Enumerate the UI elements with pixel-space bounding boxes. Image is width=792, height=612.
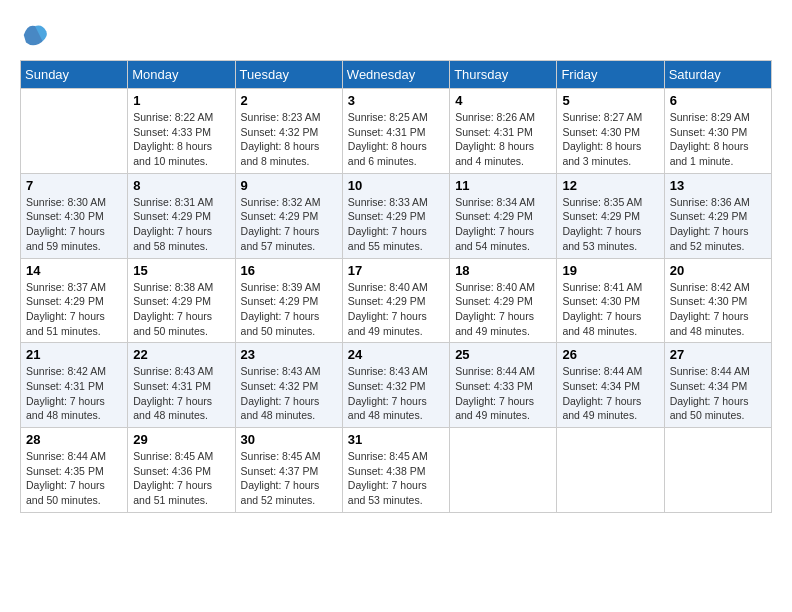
calendar-cell: 30Sunrise: 8:45 AM Sunset: 4:37 PM Dayli…: [235, 428, 342, 513]
day-info: Sunrise: 8:45 AM Sunset: 4:37 PM Dayligh…: [241, 449, 337, 508]
header-monday: Monday: [128, 61, 235, 89]
day-info: Sunrise: 8:34 AM Sunset: 4:29 PM Dayligh…: [455, 195, 551, 254]
logo: [20, 20, 54, 50]
calendar-cell: 19Sunrise: 8:41 AM Sunset: 4:30 PM Dayli…: [557, 258, 664, 343]
calendar-cell: 7Sunrise: 8:30 AM Sunset: 4:30 PM Daylig…: [21, 173, 128, 258]
calendar-cell: 5Sunrise: 8:27 AM Sunset: 4:30 PM Daylig…: [557, 89, 664, 174]
day-info: Sunrise: 8:27 AM Sunset: 4:30 PM Dayligh…: [562, 110, 658, 169]
day-info: Sunrise: 8:29 AM Sunset: 4:30 PM Dayligh…: [670, 110, 766, 169]
day-info: Sunrise: 8:44 AM Sunset: 4:35 PM Dayligh…: [26, 449, 122, 508]
day-number: 15: [133, 263, 229, 278]
header-tuesday: Tuesday: [235, 61, 342, 89]
calendar-cell: 8Sunrise: 8:31 AM Sunset: 4:29 PM Daylig…: [128, 173, 235, 258]
calendar-cell: 10Sunrise: 8:33 AM Sunset: 4:29 PM Dayli…: [342, 173, 449, 258]
day-number: 4: [455, 93, 551, 108]
calendar-cell: [557, 428, 664, 513]
day-info: Sunrise: 8:35 AM Sunset: 4:29 PM Dayligh…: [562, 195, 658, 254]
calendar-header-row: SundayMondayTuesdayWednesdayThursdayFrid…: [21, 61, 772, 89]
calendar-cell: 18Sunrise: 8:40 AM Sunset: 4:29 PM Dayli…: [450, 258, 557, 343]
day-number: 21: [26, 347, 122, 362]
day-number: 8: [133, 178, 229, 193]
day-info: Sunrise: 8:41 AM Sunset: 4:30 PM Dayligh…: [562, 280, 658, 339]
day-number: 18: [455, 263, 551, 278]
day-info: Sunrise: 8:31 AM Sunset: 4:29 PM Dayligh…: [133, 195, 229, 254]
day-info: Sunrise: 8:36 AM Sunset: 4:29 PM Dayligh…: [670, 195, 766, 254]
calendar-cell: [21, 89, 128, 174]
calendar-cell: 14Sunrise: 8:37 AM Sunset: 4:29 PM Dayli…: [21, 258, 128, 343]
day-number: 1: [133, 93, 229, 108]
day-info: Sunrise: 8:45 AM Sunset: 4:36 PM Dayligh…: [133, 449, 229, 508]
day-info: Sunrise: 8:30 AM Sunset: 4:30 PM Dayligh…: [26, 195, 122, 254]
calendar-cell: 6Sunrise: 8:29 AM Sunset: 4:30 PM Daylig…: [664, 89, 771, 174]
day-info: Sunrise: 8:23 AM Sunset: 4:32 PM Dayligh…: [241, 110, 337, 169]
day-info: Sunrise: 8:44 AM Sunset: 4:34 PM Dayligh…: [562, 364, 658, 423]
day-number: 2: [241, 93, 337, 108]
calendar-cell: 15Sunrise: 8:38 AM Sunset: 4:29 PM Dayli…: [128, 258, 235, 343]
calendar-cell: 28Sunrise: 8:44 AM Sunset: 4:35 PM Dayli…: [21, 428, 128, 513]
calendar-cell: 24Sunrise: 8:43 AM Sunset: 4:32 PM Dayli…: [342, 343, 449, 428]
day-info: Sunrise: 8:26 AM Sunset: 4:31 PM Dayligh…: [455, 110, 551, 169]
calendar-week-row: 1Sunrise: 8:22 AM Sunset: 4:33 PM Daylig…: [21, 89, 772, 174]
calendar-cell: 4Sunrise: 8:26 AM Sunset: 4:31 PM Daylig…: [450, 89, 557, 174]
calendar-week-row: 21Sunrise: 8:42 AM Sunset: 4:31 PM Dayli…: [21, 343, 772, 428]
day-info: Sunrise: 8:45 AM Sunset: 4:38 PM Dayligh…: [348, 449, 444, 508]
calendar-cell: 13Sunrise: 8:36 AM Sunset: 4:29 PM Dayli…: [664, 173, 771, 258]
calendar-cell: 1Sunrise: 8:22 AM Sunset: 4:33 PM Daylig…: [128, 89, 235, 174]
day-number: 19: [562, 263, 658, 278]
calendar-cell: 23Sunrise: 8:43 AM Sunset: 4:32 PM Dayli…: [235, 343, 342, 428]
calendar-cell: 29Sunrise: 8:45 AM Sunset: 4:36 PM Dayli…: [128, 428, 235, 513]
day-number: 9: [241, 178, 337, 193]
day-number: 10: [348, 178, 444, 193]
day-number: 14: [26, 263, 122, 278]
day-info: Sunrise: 8:43 AM Sunset: 4:32 PM Dayligh…: [348, 364, 444, 423]
day-info: Sunrise: 8:40 AM Sunset: 4:29 PM Dayligh…: [348, 280, 444, 339]
day-number: 24: [348, 347, 444, 362]
logo-icon: [20, 20, 50, 50]
calendar-cell: 21Sunrise: 8:42 AM Sunset: 4:31 PM Dayli…: [21, 343, 128, 428]
calendar-cell: 20Sunrise: 8:42 AM Sunset: 4:30 PM Dayli…: [664, 258, 771, 343]
calendar-cell: 9Sunrise: 8:32 AM Sunset: 4:29 PM Daylig…: [235, 173, 342, 258]
calendar-cell: 16Sunrise: 8:39 AM Sunset: 4:29 PM Dayli…: [235, 258, 342, 343]
calendar-cell: 11Sunrise: 8:34 AM Sunset: 4:29 PM Dayli…: [450, 173, 557, 258]
day-info: Sunrise: 8:40 AM Sunset: 4:29 PM Dayligh…: [455, 280, 551, 339]
calendar-cell: 25Sunrise: 8:44 AM Sunset: 4:33 PM Dayli…: [450, 343, 557, 428]
day-info: Sunrise: 8:38 AM Sunset: 4:29 PM Dayligh…: [133, 280, 229, 339]
calendar-week-row: 7Sunrise: 8:30 AM Sunset: 4:30 PM Daylig…: [21, 173, 772, 258]
day-info: Sunrise: 8:44 AM Sunset: 4:34 PM Dayligh…: [670, 364, 766, 423]
page-header: [20, 20, 772, 50]
calendar-cell: 17Sunrise: 8:40 AM Sunset: 4:29 PM Dayli…: [342, 258, 449, 343]
day-info: Sunrise: 8:22 AM Sunset: 4:33 PM Dayligh…: [133, 110, 229, 169]
calendar-cell: 31Sunrise: 8:45 AM Sunset: 4:38 PM Dayli…: [342, 428, 449, 513]
day-number: 29: [133, 432, 229, 447]
header-friday: Friday: [557, 61, 664, 89]
calendar-cell: 12Sunrise: 8:35 AM Sunset: 4:29 PM Dayli…: [557, 173, 664, 258]
header-wednesday: Wednesday: [342, 61, 449, 89]
day-number: 6: [670, 93, 766, 108]
header-thursday: Thursday: [450, 61, 557, 89]
calendar-cell: [664, 428, 771, 513]
day-number: 26: [562, 347, 658, 362]
calendar-table: SundayMondayTuesdayWednesdayThursdayFrid…: [20, 60, 772, 513]
day-number: 11: [455, 178, 551, 193]
day-info: Sunrise: 8:33 AM Sunset: 4:29 PM Dayligh…: [348, 195, 444, 254]
calendar-cell: 2Sunrise: 8:23 AM Sunset: 4:32 PM Daylig…: [235, 89, 342, 174]
day-number: 22: [133, 347, 229, 362]
day-number: 20: [670, 263, 766, 278]
day-number: 30: [241, 432, 337, 447]
day-number: 23: [241, 347, 337, 362]
calendar-cell: 27Sunrise: 8:44 AM Sunset: 4:34 PM Dayli…: [664, 343, 771, 428]
day-info: Sunrise: 8:37 AM Sunset: 4:29 PM Dayligh…: [26, 280, 122, 339]
day-info: Sunrise: 8:43 AM Sunset: 4:31 PM Dayligh…: [133, 364, 229, 423]
day-info: Sunrise: 8:25 AM Sunset: 4:31 PM Dayligh…: [348, 110, 444, 169]
day-info: Sunrise: 8:32 AM Sunset: 4:29 PM Dayligh…: [241, 195, 337, 254]
day-number: 28: [26, 432, 122, 447]
day-number: 17: [348, 263, 444, 278]
calendar-week-row: 28Sunrise: 8:44 AM Sunset: 4:35 PM Dayli…: [21, 428, 772, 513]
day-info: Sunrise: 8:39 AM Sunset: 4:29 PM Dayligh…: [241, 280, 337, 339]
day-number: 3: [348, 93, 444, 108]
calendar-cell: 26Sunrise: 8:44 AM Sunset: 4:34 PM Dayli…: [557, 343, 664, 428]
day-number: 16: [241, 263, 337, 278]
header-sunday: Sunday: [21, 61, 128, 89]
day-number: 31: [348, 432, 444, 447]
header-saturday: Saturday: [664, 61, 771, 89]
